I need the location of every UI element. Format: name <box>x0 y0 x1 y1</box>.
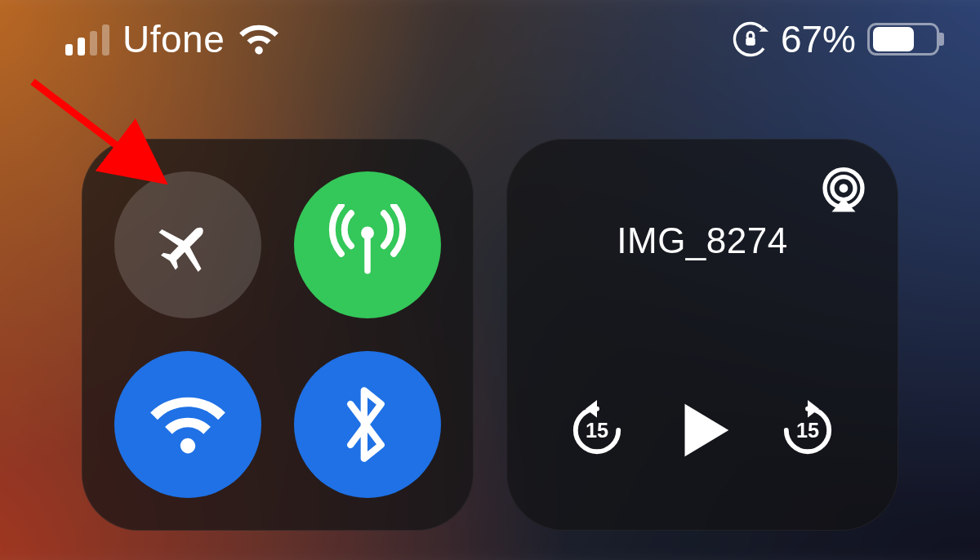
status-left: Ufone <box>65 17 280 61</box>
status-bar: Ufone 67% <box>0 0 980 78</box>
wifi-icon <box>147 392 229 457</box>
skip-back-seconds-label: 15 <box>586 419 608 442</box>
cellular-signal-icon <box>65 23 109 56</box>
wifi-toggle[interactable] <box>114 351 261 498</box>
airplane-icon <box>153 210 223 280</box>
skip-back-15-icon: 15 <box>567 400 627 460</box>
cellular-antenna-icon <box>327 204 408 286</box>
skip-forward-15-icon: 15 <box>777 400 838 460</box>
svg-rect-2 <box>746 38 755 46</box>
skip-forward-button[interactable]: 15 <box>777 400 838 460</box>
airplay-icon <box>820 167 867 214</box>
wifi-status-icon <box>238 23 280 56</box>
orientation-lock-icon <box>732 20 769 58</box>
svg-point-7 <box>840 184 849 193</box>
carrier-label: Ufone <box>122 17 225 61</box>
skip-forward-seconds-label: 15 <box>796 419 819 442</box>
airplane-mode-toggle[interactable] <box>114 171 261 318</box>
svg-marker-11 <box>808 400 819 418</box>
play-icon <box>667 395 737 465</box>
svg-marker-10 <box>684 404 728 457</box>
connectivity-tile[interactable] <box>82 139 474 531</box>
bluetooth-icon <box>341 384 394 465</box>
play-button[interactable] <box>667 395 737 465</box>
svg-rect-4 <box>364 237 371 274</box>
skip-back-button[interactable]: 15 <box>567 400 627 460</box>
bluetooth-toggle[interactable] <box>294 351 441 498</box>
battery-icon <box>867 23 939 56</box>
cellular-data-toggle[interactable] <box>294 171 441 318</box>
media-tile[interactable]: IMG_8274 15 15 <box>506 139 898 531</box>
svg-marker-9 <box>586 400 597 418</box>
media-title: IMG_8274 <box>506 220 898 261</box>
control-center-row: IMG_8274 15 15 <box>82 139 915 531</box>
status-right: 67% <box>732 17 939 61</box>
battery-percent-label: 67% <box>781 17 856 61</box>
media-controls: 15 15 <box>506 395 898 465</box>
airplay-button[interactable] <box>820 167 867 214</box>
